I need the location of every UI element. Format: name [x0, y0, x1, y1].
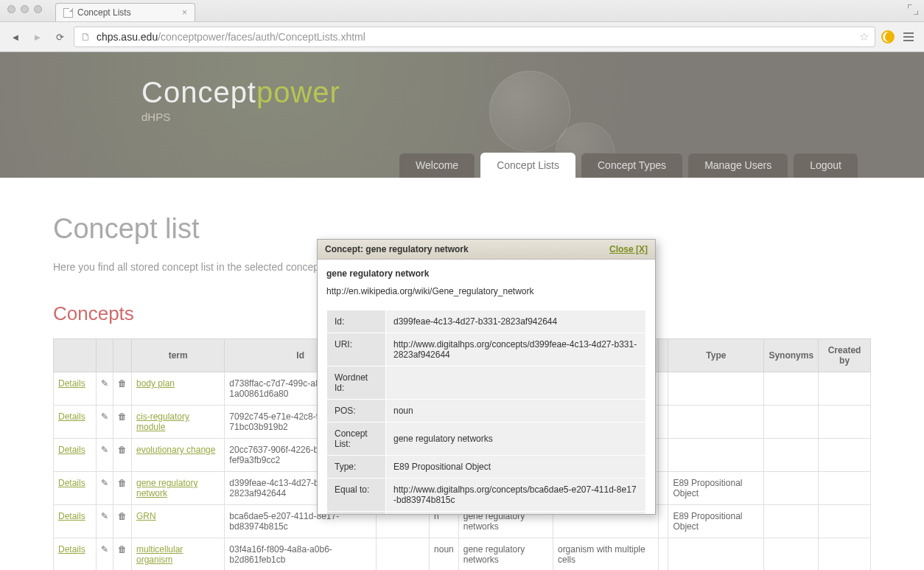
detail-value	[386, 512, 646, 515]
wordnet-cell	[376, 538, 429, 571]
type-cell	[668, 439, 764, 472]
extension-icon[interactable]	[881, 30, 895, 44]
detail-row: Type:E89 Propositional Object	[327, 456, 646, 479]
zoom-window-icon[interactable]	[34, 5, 42, 13]
term-link[interactable]: gene regulatory network	[136, 478, 197, 498]
spare-cell	[659, 538, 668, 571]
detail-key: Similar to:	[327, 512, 386, 515]
close-tab-icon[interactable]: ×	[182, 7, 187, 18]
edit-icon[interactable]: ✎	[97, 439, 113, 472]
table-header-cell	[659, 339, 668, 372]
details-link[interactable]: Details	[58, 478, 85, 488]
table-header-cell: Created by	[819, 339, 871, 372]
detail-key: Wordnet Id:	[327, 366, 386, 400]
synonyms-cell	[764, 538, 819, 571]
detail-value: http://www.digitalhps.org/concepts/bca6d…	[386, 479, 646, 512]
spare-cell	[659, 439, 668, 472]
edit-icon[interactable]: ✎	[97, 505, 113, 538]
spare-cell	[659, 472, 668, 505]
detail-value	[386, 366, 646, 400]
detail-row: Wordnet Id:	[327, 366, 646, 400]
nav-tab-welcome[interactable]: Welcome	[399, 153, 475, 178]
page-icon	[63, 8, 73, 18]
id-cell: 03f4a16f-f809-4a8a-a0b6-b2d861feb1cb	[225, 538, 377, 571]
modal-close-link[interactable]: Close [X]	[609, 244, 648, 254]
type-cell	[668, 372, 764, 406]
browser-chrome: Concept Lists × ◄ ► ⟳ 🗋 chps.asu.edu/con…	[0, 0, 924, 52]
spare-cell	[659, 505, 668, 538]
address-bar[interactable]: 🗋 chps.asu.edu/conceptpower/faces/auth/C…	[74, 27, 875, 47]
modal-concept-heading: gene regulatory network	[326, 268, 646, 279]
detail-key: Id:	[327, 310, 386, 333]
synonyms-cell	[764, 372, 819, 406]
modal-concept-link: http://en.wikipedia.org/wiki/Gene_regula…	[326, 286, 646, 296]
nav-tab-manage-users[interactable]: Manage Users	[688, 153, 788, 178]
term-link[interactable]: cis-regulatory module	[136, 411, 189, 432]
details-link[interactable]: Details	[58, 445, 85, 455]
details-link[interactable]: Details	[58, 544, 85, 555]
tab-strip: Concept Lists ×	[48, 3, 924, 21]
term-link[interactable]: evolutionary change	[136, 445, 215, 455]
createdby-cell	[819, 372, 871, 406]
forward-button: ►	[29, 29, 46, 45]
type-cell	[668, 406, 764, 439]
detail-value: E89 Propositional Object	[386, 456, 646, 479]
modal-body: gene regulatory network http://en.wikipe…	[318, 260, 655, 514]
term-link[interactable]: multicellular organism	[136, 544, 183, 565]
delete-icon[interactable]: 🗑	[113, 505, 132, 538]
url-host: chps.asu.edu	[97, 31, 158, 43]
details-link[interactable]: Details	[58, 511, 85, 521]
detail-value: http://www.digitalhps.org/concepts/d399f…	[386, 333, 646, 366]
reload-button[interactable]: ⟳	[52, 29, 68, 45]
url-path: /conceptpower/faces/auth/ConceptLists.xh…	[158, 31, 365, 43]
desc-cell: organism with multiple cells	[553, 538, 658, 571]
delete-icon[interactable]: 🗑	[113, 472, 132, 505]
nav-tab-concept-lists[interactable]: Concept Lists	[480, 153, 575, 178]
edit-icon[interactable]: ✎	[97, 406, 113, 439]
edit-icon[interactable]: ✎	[97, 538, 113, 571]
type-cell	[668, 538, 764, 571]
table-header-cell: Synonyms	[764, 339, 819, 372]
modal-header[interactable]: Concept: gene regulatory network Close […	[318, 240, 655, 260]
delete-icon[interactable]: 🗑	[113, 439, 132, 472]
toolbar: ◄ ► ⟳ 🗋 chps.asu.edu/conceptpower/faces/…	[0, 21, 924, 52]
nav-tab-logout[interactable]: Logout	[794, 153, 858, 178]
term-link[interactable]: body plan	[136, 378, 175, 389]
detail-row: Equal to:http://www.digitalhps.org/conce…	[327, 479, 646, 512]
term-link[interactable]: GRN	[136, 511, 156, 521]
type-cell: E89 Propositional Object	[668, 505, 764, 538]
spare-cell	[659, 406, 668, 439]
details-link[interactable]: Details	[58, 411, 85, 422]
bookmark-icon[interactable]: ☆	[859, 30, 869, 44]
delete-icon[interactable]: 🗑	[113, 538, 132, 571]
list-cell: gene regulatory networks	[458, 538, 553, 571]
details-link[interactable]: Details	[58, 378, 85, 389]
fullscreen-icon[interactable]	[908, 4, 918, 15]
delete-icon[interactable]: 🗑	[113, 372, 132, 406]
pos-cell: noun	[430, 538, 459, 571]
main-nav: WelcomeConcept ListsConcept TypesManage …	[399, 153, 858, 178]
back-button[interactable]: ◄	[7, 29, 24, 45]
createdby-cell	[819, 505, 871, 538]
minimize-window-icon[interactable]	[21, 5, 29, 13]
close-window-icon[interactable]	[7, 5, 15, 13]
detail-value: d399feae-4c13-4d27-b331-2823af942644	[386, 310, 646, 333]
createdby-cell	[819, 538, 871, 571]
nav-tab-concept-types[interactable]: Concept Types	[581, 153, 682, 178]
table-header-cell	[97, 339, 113, 372]
edit-icon[interactable]: ✎	[97, 472, 113, 505]
modal-title: Concept: gene regulatory network	[325, 244, 469, 254]
synonyms-cell	[764, 472, 819, 505]
detail-key: Equal to:	[327, 479, 386, 512]
detail-row: POS:noun	[327, 400, 646, 423]
synonyms-cell	[764, 505, 819, 538]
delete-icon[interactable]: 🗑	[113, 406, 132, 439]
browser-menu-icon[interactable]	[900, 29, 917, 44]
browser-tab[interactable]: Concept Lists ×	[55, 3, 195, 21]
lock-icon: 🗋	[80, 31, 91, 43]
edit-icon[interactable]: ✎	[97, 372, 113, 406]
synonyms-cell	[764, 439, 819, 472]
concept-detail-modal: Concept: gene regulatory network Close […	[317, 239, 656, 515]
app-header: Conceptpower dHPS WelcomeConcept ListsCo…	[0, 52, 924, 178]
modal-detail-table: Id:d399feae-4c13-4d27-b331-2823af942644U…	[326, 310, 646, 514]
